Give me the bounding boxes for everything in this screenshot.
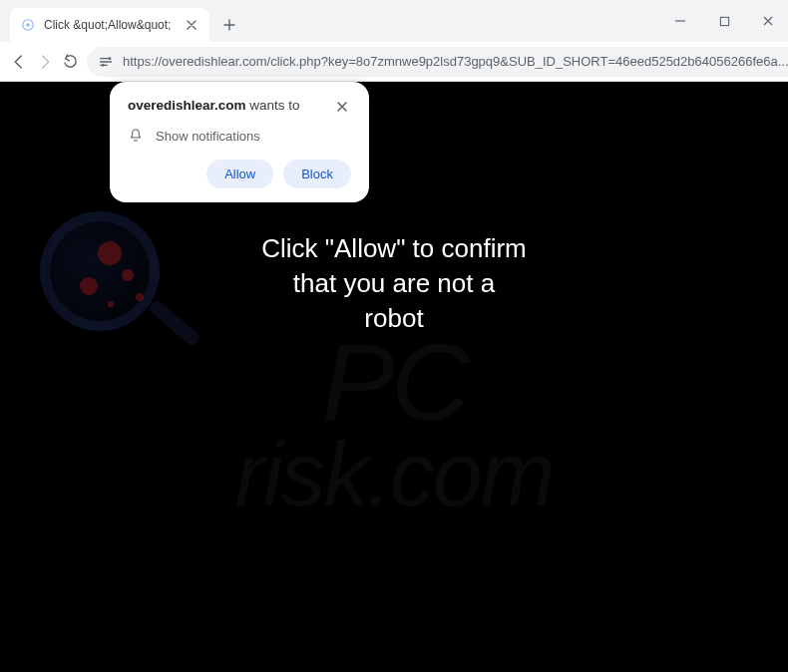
nav-back-button[interactable]	[10, 48, 28, 76]
bell-icon	[128, 128, 144, 144]
main-text-line-1: Click "Allow" to confirm	[0, 231, 788, 266]
browser-toolbar: https://overedishlear.com/click.php?key=…	[0, 42, 788, 82]
window-minimize-button[interactable]	[666, 10, 694, 32]
window-maximize-button[interactable]	[710, 10, 738, 32]
svg-point-3	[109, 57, 112, 60]
main-instruction-text: Click "Allow" to confirm that you are no…	[0, 231, 788, 336]
notification-close-button[interactable]	[333, 98, 351, 116]
notification-permission-dialog: overedishlear.com wants to Show notifica…	[110, 82, 369, 202]
notification-wants-to: wants to	[246, 98, 300, 113]
address-bar[interactable]: https://overedishlear.com/click.php?key=…	[87, 47, 788, 77]
tab-close-button[interactable]	[184, 17, 199, 33]
main-text-line-2: that you are not a	[0, 266, 788, 301]
main-text-line-3: robot	[0, 301, 788, 336]
browser-tab[interactable]: Click &quot;Allow&quot;	[10, 8, 209, 42]
window-close-button[interactable]	[754, 10, 782, 32]
watermark-risk-text: risk.com	[235, 424, 554, 526]
tab-favicon-icon	[20, 17, 36, 33]
notification-site-name: overedishlear.com	[128, 98, 246, 113]
block-button[interactable]: Block	[283, 160, 351, 188]
tab-title: Click &quot;Allow&quot;	[44, 18, 176, 32]
notification-permission-label: Show notifications	[156, 129, 260, 144]
nav-forward-button[interactable]	[36, 48, 54, 76]
nav-reload-button[interactable]	[62, 48, 79, 76]
notification-title: overedishlear.com wants to	[128, 98, 300, 113]
allow-button[interactable]: Allow	[206, 160, 273, 188]
svg-point-4	[102, 64, 105, 67]
window-controls	[666, 10, 782, 32]
svg-rect-2	[720, 17, 728, 25]
browser-titlebar: Click &quot;Allow&quot;	[0, 0, 788, 42]
svg-point-1	[26, 23, 30, 27]
url-text: https://overedishlear.com/click.php?key=…	[123, 54, 788, 69]
new-tab-button[interactable]	[215, 11, 243, 39]
site-settings-icon[interactable]	[97, 53, 115, 71]
